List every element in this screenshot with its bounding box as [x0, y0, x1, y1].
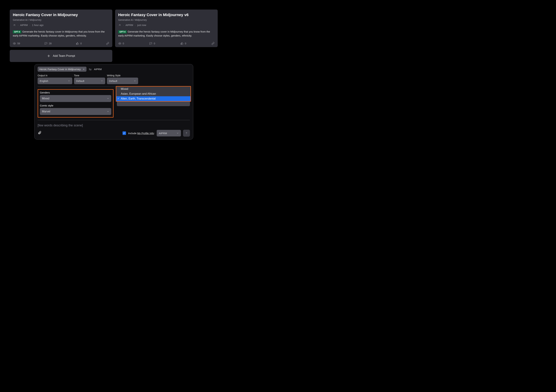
chip-label: Heroic Fantasy Cover in Midjourney — [39, 68, 81, 71]
link-icon — [106, 42, 109, 45]
custom-variables-box: Genders Mixed Comic style Marvel — [38, 89, 114, 118]
plus-icon — [47, 54, 50, 58]
comments-stat[interactable]: 0 — [149, 42, 155, 45]
link-icon — [211, 42, 215, 45]
chevron-down-icon — [68, 80, 70, 82]
paperclip-icon — [38, 131, 41, 135]
active-prompt-chip: Heroic Fantasy Cover in Midjourney — [38, 67, 86, 72]
comment-icon — [149, 42, 152, 45]
card-time: 1 hour ago — [32, 24, 44, 26]
card-description: GPT-4Generate the heroic fantasy cover i… — [118, 30, 215, 38]
arrow-up-icon — [185, 132, 188, 135]
output-in-select[interactable]: English — [38, 78, 72, 84]
card-title: Heroic Fantasy Cover in Midjourney — [13, 13, 109, 17]
tone-label: Tone — [74, 74, 105, 77]
svg-point-1 — [15, 24, 15, 25]
card-description: GPT-4Generate the heroic fantasy cover i… — [13, 30, 109, 38]
card-meta: · AIPRM · 1 hour ago — [13, 24, 109, 26]
comic-style-label: Comic style — [40, 104, 111, 107]
prompt-panel: Heroic Fantasy Cover in Midjourney by AI… — [34, 64, 193, 140]
chevron-down-icon — [177, 132, 179, 134]
card-author: AIPRM — [20, 24, 28, 26]
include-profile-label: Include My Profile Info: — [128, 132, 154, 135]
users-icon — [13, 24, 16, 26]
svg-point-3 — [119, 24, 120, 25]
include-profile-checkbox[interactable]: ✓ — [123, 131, 126, 135]
dropdown-option[interactable]: Asian, European and African — [116, 91, 191, 96]
views-stat: 59 — [13, 42, 20, 45]
thumbs-up-icon — [180, 42, 184, 45]
card-subtitle: Generative AI / Midjourney — [13, 19, 109, 21]
views-stat: 0 — [118, 42, 124, 45]
chevron-down-icon — [101, 80, 103, 82]
writing-style-select[interactable]: Default — [107, 78, 138, 84]
card-time: just now — [137, 24, 146, 26]
send-button[interactable] — [183, 130, 190, 137]
card-subtitle: Generative AI / Midjourney — [118, 19, 215, 21]
prompt-input[interactable]: [few words describing the scene] — [38, 120, 190, 130]
attach-button[interactable] — [38, 131, 41, 136]
svg-point-5 — [119, 43, 120, 44]
link-button[interactable] — [106, 42, 109, 45]
comment-icon — [44, 42, 47, 45]
gpt-badge: GPT-4 — [118, 30, 127, 33]
svg-point-0 — [14, 24, 15, 25]
genders-select[interactable]: Mixed — [40, 95, 111, 102]
svg-point-2 — [14, 43, 15, 44]
card-author: AIPRM — [125, 24, 133, 26]
comments-stat[interactable]: 28 — [44, 42, 52, 45]
dropdown-option-selected[interactable]: Alien, Earth, Transcendental — [116, 96, 191, 101]
eye-icon — [13, 42, 16, 45]
writing-style-label: Writing Style — [107, 74, 138, 77]
chevron-down-icon — [107, 110, 109, 113]
prompt-card[interactable]: Heroic Fantasy Cover in Midjourney Gener… — [10, 9, 112, 47]
gpt-badge: GPT-4 — [13, 30, 21, 33]
comic-style-select[interactable]: Marvel — [40, 108, 111, 115]
add-team-prompt-button[interactable]: Add Team Prompt — [10, 50, 112, 62]
card-title: Heroic Fantasy Cover in Midjourney v6 — [118, 13, 215, 17]
link-button[interactable] — [211, 42, 215, 45]
ethnicity-dropdown-open: Mixed Asian, European and African Alien,… — [116, 86, 191, 102]
tone-select[interactable]: Default — [74, 78, 105, 84]
users-icon — [118, 24, 121, 26]
likes-stat[interactable]: 0 — [76, 42, 82, 45]
card-meta: · AIPRM · just now — [118, 24, 215, 26]
prompt-placeholder: [few words describing the scene] — [38, 124, 190, 127]
svg-point-4 — [120, 24, 120, 25]
prompt-card[interactable]: Heroic Fantasy Cover in Midjourney v6 Ge… — [115, 9, 218, 47]
output-in-label: Output in — [38, 74, 72, 77]
chevron-down-icon — [107, 97, 109, 100]
close-icon[interactable] — [83, 68, 85, 70]
thumbs-up-icon — [76, 42, 79, 45]
profile-select[interactable]: AIPRM — [157, 130, 181, 136]
eye-icon — [118, 42, 121, 45]
chevron-down-icon — [134, 80, 136, 82]
by-label: by — [89, 68, 92, 71]
likes-stat[interactable]: 0 — [180, 42, 186, 45]
dropdown-option[interactable]: Mixed — [116, 87, 191, 91]
genders-label: Genders — [40, 91, 111, 94]
by-author: AIPRM — [94, 68, 101, 71]
